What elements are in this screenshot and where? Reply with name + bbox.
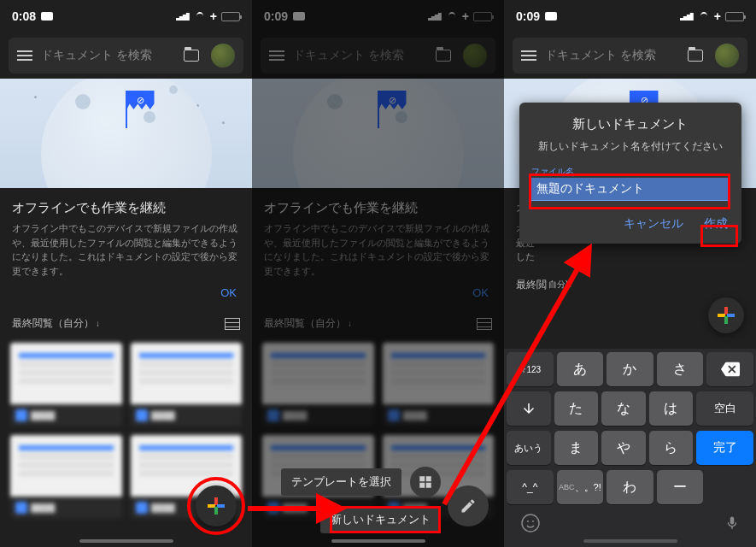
view-toggle-icon[interactable]: [225, 318, 240, 330]
filename-input[interactable]: [531, 178, 730, 201]
folder-icon[interactable]: [184, 50, 199, 62]
kb-key[interactable]: ま: [554, 431, 599, 465]
kb-key[interactable]: た: [554, 391, 599, 426]
keyboard: ☆123 あ か さ た な は 空白 あいう ま や ら 完了 ^_^ ABC…: [504, 349, 756, 547]
battery-icon: [725, 12, 744, 21]
new-doc-option[interactable]: 新しいドキュメント: [320, 506, 441, 533]
menu-icon[interactable]: [17, 50, 32, 61]
kb-space[interactable]: 空白: [696, 391, 753, 426]
new-doc-dialog: 新しいドキュメント 新しいドキュメント名を付けてください ファイル名 キャンセル…: [519, 103, 741, 244]
fab-new[interactable]: [708, 297, 744, 333]
kb-key[interactable]: な: [601, 391, 646, 426]
svg-point-0: [522, 515, 539, 532]
offline-desc: オフライン中でもこのデバイスで新規ファイルの作成や、最近使用したファイルの閲覧と…: [12, 221, 240, 278]
kb-key[interactable]: [507, 391, 551, 426]
kb-backspace[interactable]: [706, 352, 753, 386]
offline-banner: ⊘: [0, 79, 252, 188]
kb-key[interactable]: か: [607, 352, 653, 386]
dialog-title: 新しいドキュメント: [531, 116, 730, 132]
offline-title: オフラインでも作業を継続: [12, 200, 240, 216]
signal-icon: [176, 12, 190, 21]
kb-key[interactable]: さ: [657, 352, 704, 386]
fab-new[interactable]: [196, 485, 237, 526]
home-indicator[interactable]: [583, 539, 677, 543]
sort-label[interactable]: 最終閲覧（自分）: [12, 316, 94, 331]
kb-key[interactable]: は: [649, 391, 694, 426]
fab-menu: テンプレートを選択 新しいドキュメント: [281, 467, 441, 533]
template-icon[interactable]: [410, 467, 441, 497]
search-placeholder: ドキュメント を検索: [545, 48, 679, 63]
status-bar: 0:09 +: [504, 0, 756, 32]
svg-point-2: [532, 521, 534, 522]
dnd-icon: [41, 12, 53, 21]
kb-key[interactable]: や: [601, 431, 646, 465]
dim-overlay[interactable]: [252, 0, 504, 547]
kb-done[interactable]: 完了: [696, 431, 753, 465]
screen-2-menu: 0:09 + ドキュメント を検索 ⊘ オフラインでも作業を継続 オフライン中で…: [252, 0, 504, 547]
search-bar[interactable]: ドキュメント を検索: [513, 38, 747, 74]
screen-1-home: 0:08 + ドキュメント を検索 ⊘ オフラインでも作業を継続 オフライン中で…: [0, 0, 252, 547]
search-bar[interactable]: ドキュメント を検索: [9, 38, 243, 74]
plus-icon: [208, 497, 225, 515]
ok-button[interactable]: OK: [12, 278, 240, 303]
mic-icon[interactable]: [724, 514, 740, 532]
kb-key[interactable]: ☆123: [507, 352, 554, 386]
create-button[interactable]: 作成: [702, 213, 730, 235]
menu-icon[interactable]: [521, 50, 536, 61]
kb-key[interactable]: あいう: [507, 431, 551, 465]
kb-key[interactable]: ABC、。?!: [557, 470, 604, 504]
field-label: ファイル名: [531, 166, 730, 178]
plus-status-icon: +: [714, 9, 721, 23]
doc-card[interactable]: ████: [10, 343, 122, 426]
plus-icon: [718, 307, 735, 324]
dialog-subtitle: 新しいドキュメント名を付けてください: [531, 139, 730, 154]
sort-arrow-icon: ↓: [96, 319, 100, 328]
battery-icon: [221, 12, 240, 21]
clock: 0:08: [12, 9, 36, 23]
screen-3-dialog: 0:09 + ドキュメント を検索 ⊘ オフ オフ最近した 最終閲自分)↓ 新し…: [504, 0, 756, 547]
doc-card[interactable]: ████: [10, 435, 122, 519]
folder-icon[interactable]: [688, 50, 703, 62]
kb-key[interactable]: あ: [557, 352, 604, 386]
wifi-icon: [194, 12, 206, 21]
dnd-icon: [545, 12, 557, 21]
kb-key[interactable]: ^_^: [507, 470, 554, 504]
kb-key[interactable]: ら: [649, 431, 694, 465]
plus-status-icon: +: [210, 9, 217, 23]
home-indicator[interactable]: [331, 539, 425, 543]
home-indicator[interactable]: [79, 539, 173, 543]
fab-edit[interactable]: [448, 485, 489, 526]
template-option[interactable]: テンプレートを選択: [281, 468, 401, 496]
avatar[interactable]: [715, 44, 739, 68]
clock: 0:09: [516, 9, 540, 23]
wifi-icon: [698, 12, 710, 21]
search-placeholder: ドキュメント を検索: [41, 48, 175, 63]
cancel-button[interactable]: キャンセル: [622, 213, 685, 235]
emoji-icon[interactable]: [520, 513, 541, 533]
sort-label-partial[interactable]: 最終閲: [516, 278, 547, 292]
doc-card[interactable]: ████: [131, 343, 243, 426]
signal-icon: [680, 12, 694, 21]
status-bar: 0:08 +: [0, 0, 252, 32]
svg-point-1: [527, 521, 529, 522]
kb-key[interactable]: わ: [607, 470, 653, 504]
kb-key[interactable]: ー: [657, 470, 704, 504]
avatar[interactable]: [211, 44, 235, 68]
